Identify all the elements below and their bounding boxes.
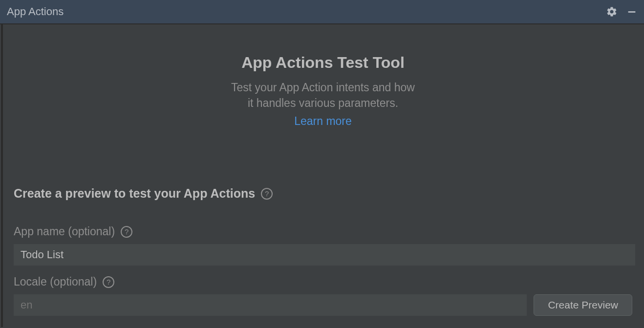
help-icon[interactable]: ?	[103, 276, 114, 288]
learn-more-link[interactable]: Learn more	[14, 115, 632, 128]
section-header: Create a preview to test your App Action…	[14, 186, 632, 201]
svg-rect-0	[628, 11, 636, 13]
locale-input[interactable]	[14, 294, 527, 316]
hero-desc-line1: Test your App Action intents and how	[231, 81, 415, 94]
hero-desc-line2: it handles various parameters.	[248, 97, 398, 109]
app-name-input[interactable]	[14, 244, 635, 266]
gear-icon[interactable]	[606, 6, 618, 18]
titlebar-title: App Actions	[7, 5, 64, 18]
hero-title: App Actions Test Tool	[14, 54, 632, 72]
main-content: App Actions Test Tool Test your App Acti…	[0, 24, 644, 327]
bottom-row: Create Preview	[14, 294, 632, 316]
content-panel: App Actions Test Tool Test your App Acti…	[1, 24, 643, 327]
locale-label-row: Locale (optional) ?	[14, 275, 632, 288]
section-title: Create a preview to test your App Action…	[14, 186, 255, 201]
create-preview-button[interactable]: Create Preview	[534, 294, 632, 316]
hero-section: App Actions Test Tool Test your App Acti…	[14, 54, 632, 128]
app-name-label: App name (optional)	[14, 225, 115, 238]
titlebar: App Actions	[0, 0, 644, 24]
app-name-label-row: App name (optional) ?	[14, 225, 632, 238]
titlebar-actions	[606, 6, 637, 18]
help-icon[interactable]: ?	[261, 188, 273, 200]
locale-label: Locale (optional)	[14, 275, 97, 288]
hero-description: Test your App Action intents and how it …	[14, 80, 632, 111]
help-icon[interactable]: ?	[121, 226, 132, 238]
minimize-icon[interactable]	[626, 6, 637, 17]
